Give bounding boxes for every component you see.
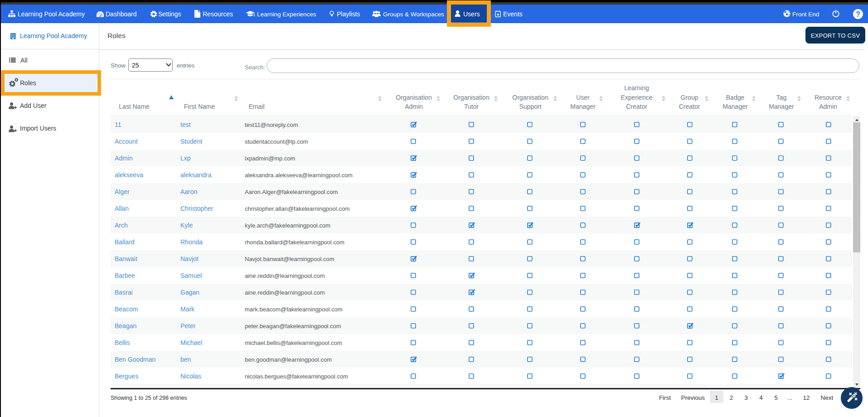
svg-text:★: ★ xyxy=(496,12,500,17)
svg-text:?: ? xyxy=(856,10,860,18)
